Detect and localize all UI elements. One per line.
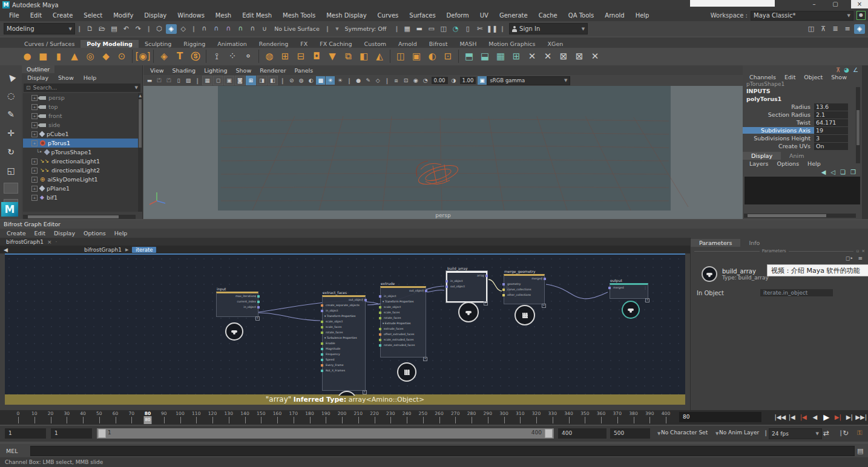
layer-menu-help[interactable]: Help xyxy=(803,160,825,168)
snap-point-icon[interactable]: ∪ xyxy=(223,24,234,34)
channelbox-menu-object[interactable]: Object xyxy=(800,73,827,81)
shelf-tab-animation[interactable]: Animation xyxy=(211,40,252,48)
port-square[interactable] xyxy=(379,295,381,298)
menu-qa-tools[interactable]: QA Tools xyxy=(563,12,600,19)
minimize-button[interactable]: – xyxy=(805,1,823,7)
lasso-tool-icon[interactable]: ◌ xyxy=(4,89,18,102)
shelf-icon-poly-svg[interactable]: ⓢ xyxy=(188,49,203,64)
outliner-item-persp[interactable]: +persp xyxy=(23,93,142,102)
playback-end-field[interactable]: 400 xyxy=(558,428,607,439)
attr-name[interactable]: Radius xyxy=(743,103,814,110)
exposure-field[interactable]: 0.00 xyxy=(432,77,448,84)
node-port-in_object[interactable]: in_object xyxy=(217,304,258,310)
character-set-menu[interactable]: No Character Set xyxy=(661,429,708,436)
node-preview-circle[interactable] xyxy=(458,302,479,322)
shelf-icon-measure[interactable]: ⚬ xyxy=(241,49,255,64)
port-square[interactable] xyxy=(485,275,488,277)
channelbox-scrollbar[interactable] xyxy=(856,87,860,163)
node-port-in_object[interactable]: in_object xyxy=(323,308,365,313)
layout-single-pane-button[interactable] xyxy=(4,183,18,194)
expand-icon[interactable]: + xyxy=(31,140,38,146)
playback-start-field[interactable]: 1 xyxy=(51,428,92,439)
step-back-frame-button[interactable]: |◀ xyxy=(786,411,797,423)
make-live-icon[interactable]: ∪ xyxy=(259,24,270,34)
graph-node-output[interactable]: output⋮merged+ xyxy=(610,283,648,299)
outliner-hscrollbar[interactable] xyxy=(23,215,136,219)
node-port-offset_extruded_faces[interactable]: offset_extruded_faces xyxy=(381,331,426,337)
breadcrumb-back-icon[interactable]: ◀ xyxy=(4,247,8,253)
wireframe-icon[interactable]: ⊘ xyxy=(287,76,296,85)
outliner-item-directionalLight2[interactable]: +↘↘directionalLight2 xyxy=(23,166,142,175)
add-port-icon[interactable]: + xyxy=(255,316,260,321)
menu-uv[interactable]: UV xyxy=(475,12,494,19)
node-port-curve_collections[interactable]: curve_collections xyxy=(504,287,544,292)
node-port-TurbulenceProperties[interactable]: ▾ Turbulence Properties xyxy=(323,335,365,341)
node-port-in_object[interactable]: in_object xyxy=(381,293,426,299)
node-port-scale_faces[interactable]: scale_faces xyxy=(381,310,426,315)
character-controls-icon[interactable]: ⊼ xyxy=(818,24,829,34)
workspace-lock-icon[interactable]: ● xyxy=(856,11,866,20)
shelf-icon-type-tool[interactable]: ✕ xyxy=(525,49,539,64)
outliner-item-aiSkyDomeLight1[interactable]: +⊕aiSkyDomeLight1 xyxy=(23,175,142,184)
shelf-tab-fx[interactable]: FX xyxy=(294,40,314,48)
shelf-icon-bifrost-graph[interactable]: ⬒ xyxy=(462,49,476,64)
viewport-menu-view[interactable]: View xyxy=(146,67,168,74)
viewport-panel[interactable]: ViewShadingLightingShowRendererPanels ▬⏍… xyxy=(143,65,743,219)
maximize-button[interactable]: ▢ xyxy=(826,1,844,7)
params-tab-info[interactable]: Info xyxy=(740,239,768,247)
menu-file[interactable]: File xyxy=(4,12,25,19)
outliner-item-top[interactable]: +top xyxy=(23,102,142,111)
viewport-canvas[interactable]: persp xyxy=(143,86,743,219)
go-to-end-button[interactable]: ▶▶| xyxy=(855,411,867,423)
node-preview-circle[interactable] xyxy=(337,391,357,396)
outliner-item-side[interactable]: +side xyxy=(23,120,142,129)
port-square[interactable] xyxy=(379,312,381,314)
shelf-icon-construction-plane[interactable]: ⟟ xyxy=(209,49,224,64)
step-forward-frame-button[interactable]: ▶| xyxy=(844,411,855,423)
node-port-merged[interactable]: merged xyxy=(504,276,544,281)
outliner-search-input[interactable]: ⊡ Search... ▼ xyxy=(24,83,140,92)
undo-icon[interactable]: ↶ xyxy=(120,24,131,34)
menu-windows[interactable]: Windows xyxy=(172,12,210,19)
shelf-icon-remesh[interactable]: ⊠ xyxy=(556,49,571,64)
gamma-field[interactable]: 1.00 xyxy=(460,77,476,84)
shelf-icon-free-point[interactable]: ⁘ xyxy=(225,49,240,64)
render-frame-icon[interactable]: ▬ xyxy=(414,24,425,34)
port-square[interactable] xyxy=(257,306,260,309)
textured-icon[interactable]: ◐ xyxy=(306,76,315,85)
port-square[interactable] xyxy=(257,295,260,298)
expand-icon[interactable]: + xyxy=(31,158,38,165)
attr-name[interactable]: Subdivisions Axis xyxy=(743,127,814,134)
attr-name[interactable]: Subdivisions Height xyxy=(743,135,814,142)
node-port-scale_extruded_faces[interactable]: scale_extruded_faces xyxy=(381,337,426,342)
shelf-tab-poly-modeling[interactable]: Poly Modeling xyxy=(81,40,139,48)
select-component-icon[interactable]: ◇ xyxy=(178,24,189,34)
multisample-icon[interactable]: ◇ xyxy=(373,76,383,85)
graph-node-extrude[interactable]: extrude⋮out_objectin_object▾ Transform P… xyxy=(380,286,426,358)
menu-select[interactable]: Select xyxy=(78,12,108,19)
shelf-icon-subdiv-proxy[interactable]: ▣ xyxy=(409,49,424,64)
port-square[interactable] xyxy=(321,326,323,328)
outliner-item-pTorus1[interactable]: +pTorus1 xyxy=(23,139,142,148)
viewport-menu-renderer[interactable]: Renderer xyxy=(255,67,290,74)
port-square[interactable] xyxy=(321,342,323,345)
xray-joints-icon[interactable]: ⊡ xyxy=(401,76,410,85)
node-graph-canvas[interactable]: input⋮max_iterationscurrent_indexin_obje… xyxy=(5,253,685,396)
port-square[interactable] xyxy=(379,328,381,330)
shelf-icon-sculpt[interactable]: ◐ xyxy=(425,49,439,64)
channel-box-toggle-icon[interactable]: ≣ xyxy=(830,24,841,34)
shelf-tab-xgen[interactable]: XGen xyxy=(542,40,570,48)
menu-create[interactable]: Create xyxy=(47,12,78,19)
port-square[interactable] xyxy=(446,280,448,282)
menu-cache[interactable]: Cache xyxy=(533,12,563,19)
bifrost-menu-create[interactable]: Create xyxy=(2,229,30,237)
playback-loop-icon[interactable]: ⇄ xyxy=(823,429,829,437)
gamma-icon[interactable]: ◑ xyxy=(449,76,458,85)
add-port-icon[interactable]: + xyxy=(645,298,649,302)
preview-icon[interactable]: ◻‣ xyxy=(846,255,853,261)
cut-keys-icon[interactable]: ✄ xyxy=(475,24,485,34)
outliner-menu-show[interactable]: Show xyxy=(54,74,78,82)
port-square[interactable] xyxy=(379,339,381,341)
breadcrumb-root[interactable]: bifrostGraph1 xyxy=(84,247,122,253)
grid-toggle-icon[interactable]: ▦ xyxy=(202,76,212,85)
